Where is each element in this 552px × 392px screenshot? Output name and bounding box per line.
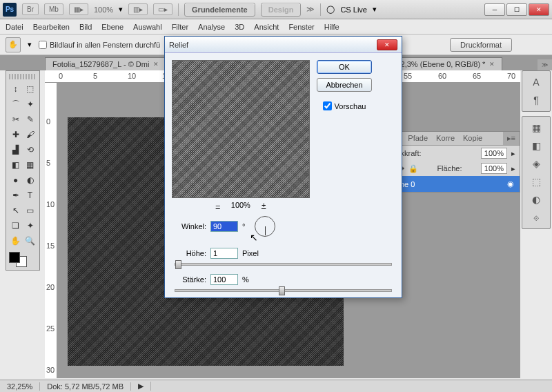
menu-3d[interactable]: 3D [235, 23, 244, 31]
layers-panel-icon[interactable]: ◈ [533, 158, 540, 169]
panel-menu-icon[interactable]: ▸≡ [503, 132, 520, 145]
strength-input[interactable] [210, 274, 238, 285]
workspace-design[interactable]: Design [261, 3, 302, 17]
gradient-tool[interactable]: ▦ [23, 158, 37, 172]
wand-tool[interactable]: ✦ [23, 97, 37, 111]
fill-label: Fläche: [437, 164, 462, 173]
zoom-in-button[interactable]: + [259, 201, 268, 209]
type-panel-icon[interactable]: A [533, 77, 539, 88]
dodge-tool[interactable]: ◐ [23, 173, 37, 187]
cslive-label[interactable]: CS Live [340, 6, 367, 14]
eyedropper-tool[interactable]: ✎ [23, 112, 37, 126]
tab-paths[interactable]: Pfade [404, 132, 432, 145]
screen-button[interactable]: ▭▸ [153, 3, 172, 15]
lock-all-icon[interactable]: 🔒 [408, 164, 418, 173]
color-swatches[interactable] [9, 252, 37, 267]
status-arrow[interactable]: ▶ [131, 382, 151, 391]
paragraph-panel-icon[interactable]: ¶ [533, 95, 539, 106]
menu-layer[interactable]: Ebene [101, 23, 124, 31]
height-input[interactable] [210, 248, 238, 259]
blur-tool[interactable]: ● [9, 173, 22, 187]
tab-overflow[interactable]: ≫ [538, 59, 552, 70]
scroll-all-checkbox[interactable]: Bildlauf in allen Fenstern durchfü [39, 41, 160, 49]
zoom-tool[interactable]: 🔍 [23, 234, 37, 248]
minimize-button[interactable]: ─ [484, 3, 505, 16]
layer-item[interactable]: 👁ne 0◉ [383, 176, 520, 192]
menu-analyse[interactable]: Analyse [198, 23, 225, 31]
ok-button[interactable]: OK [317, 60, 372, 74]
layers-panel: nen Pfade Korre Kopie ▸≡ Deckkraft:100%▸… [382, 131, 520, 193]
menu-filter[interactable]: Filter [172, 23, 188, 31]
hand-tool[interactable]: ✋ [9, 234, 22, 248]
fill-value[interactable]: 100% [481, 163, 507, 174]
chevron-down-icon[interactable]: ▾ [119, 5, 123, 14]
chevron-icon[interactable]: ▸ [511, 164, 515, 173]
panel-grip[interactable] [9, 74, 37, 79]
color-panel-icon[interactable]: ▦ [532, 122, 541, 133]
close-icon[interactable]: ✕ [153, 61, 159, 68]
heal-tool[interactable]: ✚ [9, 128, 22, 141]
bridge-button[interactable]: Br [22, 3, 39, 15]
layer-style-icon[interactable]: ◉ [507, 179, 514, 188]
strength-slider[interactable] [175, 289, 392, 292]
stamp-tool[interactable]: ▟ [9, 143, 22, 157]
angle-dial[interactable] [255, 216, 275, 237]
opacity-value[interactable]: 100% [481, 148, 507, 159]
menu-help[interactable]: Hilfe [324, 23, 339, 31]
close-button[interactable]: ✕ [529, 3, 549, 16]
history-tool[interactable]: ⟲ [23, 143, 37, 157]
swatches-panel-icon[interactable]: ◧ [532, 140, 541, 151]
eraser-tool[interactable]: ◧ [9, 158, 22, 172]
maximize-button[interactable]: ☐ [506, 3, 527, 16]
mask-panel-icon[interactable]: ◐ [532, 194, 540, 205]
cslive-icon: ◯ [326, 5, 335, 14]
ruler-vertical: 051015202530 [45, 83, 57, 378]
close-icon[interactable]: ✕ [489, 61, 495, 68]
angle-input[interactable] [210, 221, 238, 232]
tab-copy[interactable]: Kopie [459, 132, 486, 145]
height-slider[interactable] [175, 263, 392, 266]
adjust-panel-icon[interactable]: ⬚ [532, 176, 541, 187]
camera-tool[interactable]: ✦ [23, 219, 37, 233]
menu-view[interactable]: Ansicht [254, 23, 279, 31]
chevron-down-icon[interactable]: ▾ [28, 40, 32, 49]
3d-tool[interactable]: ❏ [9, 219, 22, 233]
minibridge-button[interactable]: Mb [44, 3, 63, 15]
crop-tool[interactable]: ✂ [9, 112, 22, 126]
workspace-essentials[interactable]: Grundelemente [184, 3, 255, 17]
chevron-icon[interactable]: ▸ [511, 149, 515, 158]
menu-edit[interactable]: Bearbeiten [33, 23, 70, 31]
zoom-level[interactable]: 100% [94, 6, 113, 14]
cancel-button[interactable]: Abbrechen [317, 78, 372, 92]
chevron-down-icon[interactable]: ▾ [373, 5, 377, 14]
zoom-out-button[interactable]: – [213, 201, 223, 209]
dialog-close-button[interactable]: ✕ [377, 39, 397, 50]
brush-tool[interactable]: 🖌 [23, 128, 37, 141]
menu-select[interactable]: Auswahl [133, 23, 162, 31]
lasso-tool[interactable]: ⌒ [9, 97, 22, 111]
height-label: Höhe: [175, 249, 206, 257]
document-tab[interactable]: Fotolia_15279687_L - © Dmi✕ [45, 57, 166, 70]
more-icon[interactable]: ≫ [306, 5, 315, 14]
layout-button[interactable]: ▦▸ [69, 3, 88, 15]
preview-image[interactable] [172, 60, 310, 198]
type-tool[interactable]: T [23, 188, 37, 202]
menu-file[interactable]: Datei [6, 23, 23, 31]
hand-tool-icon[interactable]: ✋ [6, 37, 21, 52]
status-zoom[interactable]: 32,25% [0, 382, 40, 391]
print-format-button[interactable]: Druckformat [450, 38, 512, 52]
pen-tool[interactable]: ✒ [9, 188, 22, 202]
styles-panel-icon[interactable]: ⟐ [533, 212, 539, 223]
menu-image[interactable]: Bild [79, 23, 92, 31]
status-doc[interactable]: Dok: 5,72 MB/5,72 MB [40, 382, 131, 391]
marquee-tool[interactable]: ⬚ [23, 82, 37, 96]
preview-checkbox[interactable]: Vorschau [323, 101, 366, 110]
path-tool[interactable]: ↖ [9, 204, 22, 217]
tab-adjust[interactable]: Korre [432, 132, 459, 145]
move-tool[interactable]: ↕ [9, 82, 22, 96]
menu-window[interactable]: Fenster [288, 23, 314, 31]
strength-label: Stärke: [175, 275, 206, 284]
arrange-button[interactable]: ▥▸ [128, 3, 148, 15]
shape-tool[interactable]: ▭ [23, 204, 37, 217]
document-tab[interactable]: 52,3% (Ebene 0, RGB/8) *✕ [388, 57, 502, 70]
